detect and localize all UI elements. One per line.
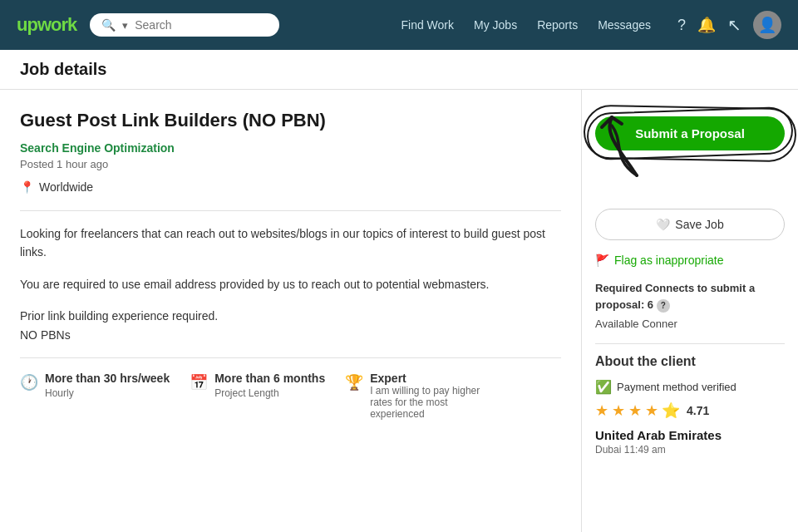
available-connects: Available Conner [595, 318, 785, 330]
client-city-time: Dubai 11:49 am [595, 444, 785, 456]
job-detail-right: Submit a Proposal 🤍 Save Job 🚩 Flag as i… [582, 90, 798, 532]
upwork-logo: upwork [17, 14, 76, 36]
location-row: 📍 Worldwide [20, 180, 561, 194]
search-icon: 🔍 [101, 18, 116, 32]
main-layout: Guest Post Link Builders (NO PBN) Search… [0, 90, 798, 532]
meta-level-label: Expert [370, 372, 503, 385]
client-country: United Arab Emirates [595, 428, 785, 442]
nav-my-jobs[interactable]: My Jobs [474, 18, 517, 32]
notifications-icon[interactable]: 🔔 [697, 16, 716, 34]
header: upwork 🔍 ▾ Find Work My Jobs Reports Mes… [0, 0, 798, 50]
expert-icon: 🏆 [345, 373, 363, 392]
nav-messages[interactable]: Messages [598, 18, 651, 32]
job-meta-row: 🕐 More than 30 hrs/week Hourly 📅 More th… [20, 357, 561, 433]
arrow-svg [529, 101, 695, 184]
meta-hours: 🕐 More than 30 hrs/week Hourly [20, 372, 170, 420]
hours-icon: 🕐 [20, 373, 38, 392]
payment-verified-text: Payment method verified [617, 381, 736, 393]
meta-duration: 📅 More than 6 months Project Length [190, 372, 325, 420]
help-icon[interactable]: ? [677, 17, 686, 34]
job-category[interactable]: Search Engine Optimization [20, 141, 561, 155]
location-icon: 📍 [20, 180, 34, 194]
meta-hours-sub: Hourly [45, 387, 74, 399]
avatar[interactable]: 👤 [753, 11, 781, 39]
arrow-annotation [595, 142, 785, 209]
nav-reports[interactable]: Reports [537, 18, 578, 32]
meta-level-sub: I am willing to pay higher rates for the… [370, 385, 503, 420]
search-dropdown[interactable]: ▾ [122, 19, 128, 32]
header-icons: ? 🔔 ↖ 👤 [677, 11, 781, 39]
breadcrumb-bar: Job details [0, 50, 798, 90]
flag-inappropriate-link[interactable]: 🚩 Flag as inappropriate [595, 254, 785, 267]
job-desc-2: You are required to use email address pr… [20, 275, 561, 293]
save-job-button[interactable]: 🤍 Save Job [595, 209, 785, 240]
main-nav: Find Work My Jobs Reports Messages [401, 18, 651, 32]
flag-icon: 🚩 [595, 254, 609, 267]
star-1: ★ [595, 401, 608, 420]
job-detail-left: Guest Post Link Builders (NO PBN) Search… [0, 90, 582, 532]
meta-level: 🏆 Expert I am willing to pay higher rate… [345, 372, 503, 420]
calendar-icon: 📅 [190, 373, 208, 392]
star-3: ★ [628, 401, 642, 420]
client-city: Dubai [595, 444, 621, 456]
star-2: ★ [612, 401, 625, 420]
job-title: Guest Post Link Builders (NO PBN) [20, 110, 561, 131]
rating-score: 4.71 [687, 404, 709, 417]
job-desc-1: Looking for freelancers that can reach o… [20, 224, 561, 262]
stars-row: ★ ★ ★ ★ ⭐ 4.71 [595, 401, 785, 420]
verified-icon: ✅ [595, 379, 612, 395]
meta-hours-label: More than 30 hrs/week [45, 372, 170, 385]
meta-duration-sub: Project Length [214, 387, 278, 399]
connects-help-icon[interactable]: ? [657, 299, 670, 313]
search-input[interactable] [135, 18, 268, 32]
about-client-title: About the client [595, 354, 785, 369]
payment-verified-row: ✅ Payment method verified [595, 379, 785, 395]
star-half: ⭐ [662, 401, 680, 420]
nav-find-work[interactable]: Find Work [401, 18, 454, 32]
posted-time: Posted 1 hour ago [20, 158, 561, 170]
cursor-icon: ↖ [727, 15, 741, 35]
star-4: ★ [645, 401, 658, 420]
location-text: Worldwide [39, 180, 93, 194]
meta-duration-label: More than 6 months [214, 372, 325, 385]
heart-icon: 🤍 [656, 218, 670, 231]
job-desc-3: Prior link building experience required.… [20, 307, 561, 344]
connects-info: Required Connects to submit a proposal: … [595, 280, 785, 313]
search-bar[interactable]: 🔍 ▾ [90, 13, 279, 37]
page-title: Job details [20, 60, 778, 79]
